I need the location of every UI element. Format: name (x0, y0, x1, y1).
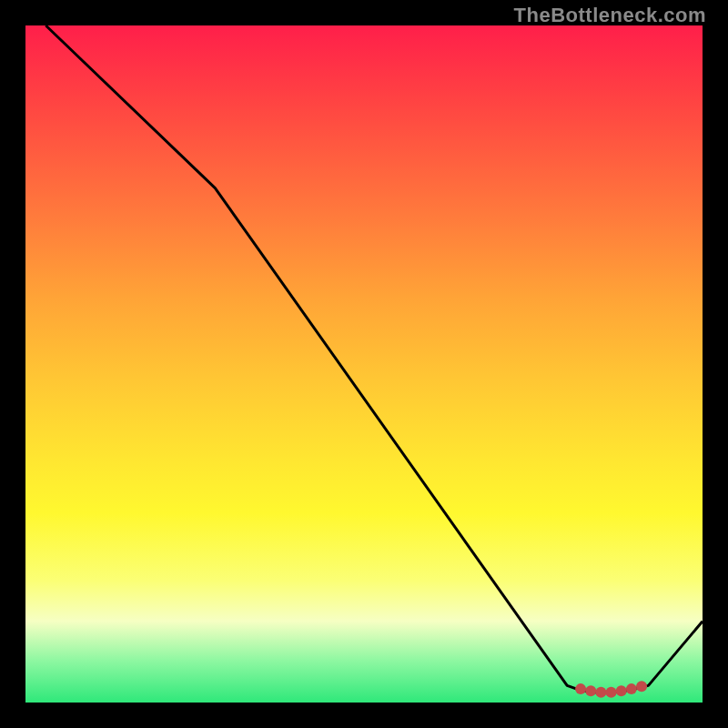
optimal-marker (585, 685, 596, 696)
optimal-marker (626, 683, 637, 694)
chart-svg (25, 25, 703, 703)
optimal-marker (616, 685, 627, 696)
optimal-marker (575, 683, 586, 694)
line-series (46, 25, 703, 693)
optimal-marker (636, 681, 647, 692)
optimal-marker (606, 687, 617, 698)
watermark-text: TheBottleneck.com (514, 4, 706, 27)
marker-series (575, 681, 647, 698)
optimal-marker (595, 687, 606, 698)
plot-area (25, 25, 703, 703)
chart-frame: TheBottleneck.com (0, 0, 728, 728)
bottleneck-curve (46, 25, 703, 693)
